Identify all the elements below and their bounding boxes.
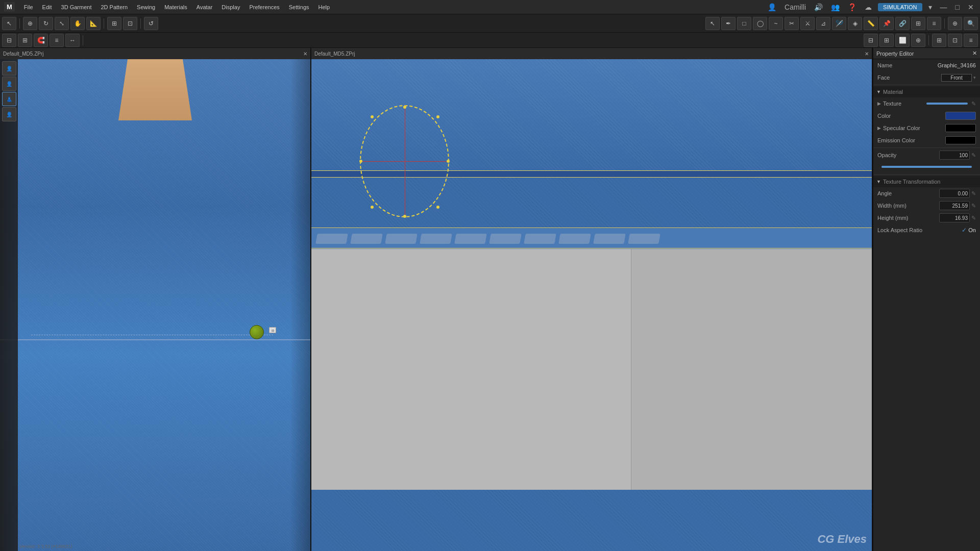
handle-bl[interactable] — [371, 206, 374, 209]
2d-pin[interactable]: 📌 — [879, 17, 894, 30]
width-edit-icon[interactable]: ✎ — [971, 203, 976, 209]
height-input[interactable] — [939, 213, 970, 222]
menu-preferences[interactable]: Preferences — [245, 3, 283, 11]
sym-tool[interactable]: ⊟ — [2, 34, 16, 47]
2d-knife[interactable]: ⚔ — [800, 17, 815, 30]
2d-fold[interactable]: ⊿ — [816, 17, 830, 30]
face-value[interactable]: Front — [941, 74, 972, 82]
texture-edit-icon[interactable]: ✎ — [971, 101, 976, 107]
layer-tool[interactable]: ≡ — [50, 34, 64, 47]
handle-bottom[interactable] — [403, 215, 406, 218]
specular-color-swatch[interactable] — [945, 124, 976, 132]
stitch-8 — [558, 234, 591, 244]
color-swatch[interactable] — [945, 112, 976, 120]
avatar-icon-3[interactable]: 👗 — [2, 92, 16, 106]
material-section-header[interactable]: ▼ Material — [873, 86, 980, 97]
help-icon[interactable]: ❓ — [846, 2, 859, 12]
2d-select[interactable]: ↖ — [705, 17, 720, 30]
menu-3dgarment[interactable]: 3D Garment — [57, 3, 96, 11]
opacity-edit-icon[interactable]: ✎ — [971, 152, 976, 159]
2d-measure[interactable]: 📏 — [864, 17, 878, 30]
2d-sew[interactable]: 🪡 — [832, 17, 846, 30]
lock-aspect-ratio-checkbox[interactable]: ✓ — [962, 227, 967, 234]
simulation-button[interactable]: SIMULATION — [878, 3, 922, 11]
viewport-2d-close[interactable]: ✕ — [865, 51, 869, 57]
angle-edit-icon[interactable]: ✎ — [971, 190, 976, 197]
face-label: Face — [877, 74, 941, 81]
close-window-icon[interactable]: ✕ — [966, 2, 976, 12]
grab-tool[interactable]: ✋ — [70, 17, 85, 30]
handle-top[interactable] — [403, 106, 406, 109]
2d-sym[interactable]: ⊟ — [864, 34, 878, 47]
width-input[interactable] — [939, 201, 970, 210]
segment-tool[interactable]: ⊞ — [107, 17, 121, 30]
avatar-icon-4[interactable]: 👤 — [2, 107, 16, 121]
handle-left[interactable] — [359, 160, 362, 163]
2d-dart[interactable]: ◈ — [848, 17, 862, 30]
menu-sewing[interactable]: Sewing — [133, 3, 159, 11]
sim-dropdown[interactable]: ▾ — [926, 2, 934, 12]
front-back[interactable]: ↔ — [65, 34, 80, 47]
2d-weld[interactable]: 🔗 — [895, 17, 910, 30]
2d-origin[interactable]: ⊕ — [911, 34, 925, 47]
menu-edit[interactable]: Edit — [38, 3, 56, 11]
property-editor-close[interactable]: ✕ — [972, 50, 977, 57]
handle-tl[interactable] — [371, 115, 374, 118]
2d-bg[interactable]: ⬜ — [895, 34, 910, 47]
accounts-icon[interactable]: 👥 — [829, 2, 842, 12]
cloud-icon[interactable]: ☁ — [863, 2, 874, 12]
menu-materials[interactable]: Materials — [160, 3, 191, 11]
menu-settings[interactable]: Settings — [285, 3, 313, 11]
move-tool[interactable]: ⊕ — [23, 17, 37, 30]
menu-help[interactable]: Help — [314, 3, 334, 11]
viewport-3d-close[interactable]: ✕ — [303, 51, 307, 57]
dress-right-shadow — [290, 59, 310, 551]
handle-br[interactable] — [436, 206, 439, 209]
uv-tool[interactable]: ⊡ — [123, 17, 137, 30]
2d-scissors[interactable]: ✂ — [785, 17, 799, 30]
2d-flatten[interactable]: ⊞ — [911, 17, 925, 30]
avatar-icon-2[interactable]: 👤 — [2, 77, 16, 91]
texture-slider[interactable] — [926, 103, 968, 105]
3d-zoom[interactable]: 🔍 — [964, 17, 978, 30]
menu-avatar[interactable]: Avatar — [192, 3, 217, 11]
reset-tool[interactable]: ↺ — [144, 17, 158, 30]
viewport-2d-canvas[interactable]: CG Elves — [311, 59, 872, 551]
menu-display[interactable]: Display — [217, 3, 244, 11]
dress-pin-button[interactable] — [250, 325, 264, 339]
specular-expand-icon[interactable]: ▶ — [877, 126, 881, 131]
viewport-3d-canvas[interactable]: ⊟ 👤 👤 👗 👤 Version: 3.3.53 (#149531) — [0, 59, 310, 551]
2d-zoom-in[interactable]: ⊞ — [932, 34, 946, 47]
scale-tool[interactable]: ⤡ — [55, 17, 69, 30]
height-edit-icon[interactable]: ✎ — [971, 215, 976, 221]
menu-2dpattern[interactable]: 2D Pattern — [96, 3, 132, 11]
handle-tr[interactable] — [436, 115, 439, 118]
speaker-icon[interactable]: 🔊 — [812, 2, 825, 12]
face-dropdown-arrow[interactable]: ▾ — [973, 75, 976, 80]
angle-input[interactable] — [939, 189, 970, 198]
minimize-icon[interactable]: — — [938, 2, 949, 12]
avatar-icon-1[interactable]: 👤 — [2, 61, 16, 76]
opacity-input[interactable] — [939, 151, 970, 160]
3d-cursor[interactable]: ⊕ — [948, 17, 962, 30]
2d-pen[interactable]: ✒ — [721, 17, 736, 30]
grid-tool[interactable]: ⊞ — [18, 34, 32, 47]
opacity-slider[interactable] — [881, 166, 972, 168]
2d-curve[interactable]: ~ — [769, 17, 783, 30]
2d-extra[interactable]: ≡ — [964, 34, 978, 47]
maximize-icon[interactable]: □ — [953, 2, 962, 12]
2d-uv[interactable]: ⊡ — [948, 34, 962, 47]
snap-tool[interactable]: 🧲 — [34, 34, 48, 47]
emission-color-swatch[interactable] — [945, 136, 976, 144]
rotate-tool[interactable]: ↻ — [39, 17, 53, 30]
2d-ellipse[interactable]: ◯ — [753, 17, 767, 30]
texture-transform-section-header[interactable]: ▼ Texture Transformation — [873, 176, 980, 187]
2d-grid[interactable]: ⊞ — [879, 34, 894, 47]
menu-file[interactable]: File — [20, 3, 37, 11]
handle-right[interactable] — [447, 160, 450, 163]
texture-expand-icon[interactable]: ▶ — [877, 101, 881, 106]
2d-rect[interactable]: □ — [737, 17, 751, 30]
select-tool[interactable]: ↖ — [2, 17, 16, 30]
2d-arrange[interactable]: ≡ — [927, 17, 941, 30]
fold-tool[interactable]: 📐 — [86, 17, 101, 30]
